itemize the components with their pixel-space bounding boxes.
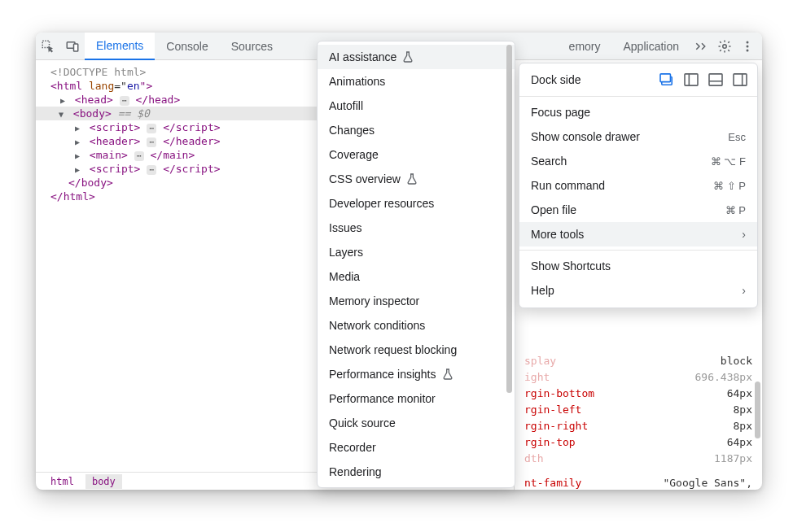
menu-separator — [519, 96, 757, 97]
ellipsis-icon[interactable]: ⋯ — [147, 165, 156, 175]
tab-console[interactable]: Console — [155, 33, 219, 59]
tab-application[interactable]: Application — [612, 33, 691, 59]
submenu-recorder[interactable]: Recorder — [318, 435, 515, 460]
expand-icon[interactable] — [75, 137, 83, 146]
submenu-media[interactable]: Media — [318, 264, 515, 289]
dom-main-close: </main> — [150, 149, 195, 161]
submenu-performance-monitor[interactable]: Performance monitor — [318, 386, 515, 411]
more-tools-submenu: AI assistance Animations Autofill Change… — [317, 41, 515, 488]
menu-shortcut: ⌘ P — [725, 204, 746, 216]
menu-help[interactable]: Help› — [519, 278, 757, 303]
submenu-label: Performance insights — [329, 368, 436, 381]
attr-close: "> — [140, 80, 153, 92]
menu-open-file[interactable]: Open file⌘ P — [519, 198, 757, 222]
settings-gear-icon[interactable] — [713, 39, 736, 54]
submenu-label: Autofill — [329, 99, 363, 112]
submenu-network-request-blocking[interactable]: Network request blocking — [318, 338, 515, 362]
dock-left-icon[interactable] — [682, 72, 700, 88]
prop-name: rgin-top — [524, 434, 576, 451]
ellipsis-icon[interactable]: ⋯ — [147, 137, 156, 147]
menu-label: Help — [531, 284, 554, 297]
submenu-developer-resources[interactable]: Developer resources — [318, 191, 515, 216]
breadcrumb-body[interactable]: body — [85, 474, 122, 489]
collapse-icon[interactable] — [59, 110, 67, 119]
menu-search[interactable]: Search⌘ ⌥ F — [519, 149, 757, 173]
submenu-quick-source[interactable]: Quick source — [318, 411, 515, 435]
devtools-main-menu: Dock side Focus page Show console drawer… — [519, 63, 758, 308]
submenu-ai-assistance[interactable]: AI assistance — [318, 45, 515, 69]
dock-undock-icon[interactable] — [658, 72, 676, 88]
submenu-label: Animations — [329, 75, 385, 88]
submenu-layers[interactable]: Layers — [318, 240, 515, 264]
submenu-label: AI assistance — [329, 50, 396, 63]
dock-bottom-icon[interactable] — [707, 72, 725, 88]
submenu-issues[interactable]: Issues — [318, 216, 515, 240]
breadcrumb-html[interactable]: html — [44, 474, 81, 489]
menu-more-tools[interactable]: More tools› — [519, 222, 757, 246]
dom-script: <script> — [90, 121, 141, 133]
submenu-label: Recorder — [329, 441, 376, 454]
prop-name: rgin-right — [524, 418, 588, 434]
computed-styles[interactable]: splayblock ight696.438px rgin-bottom64px… — [515, 353, 762, 490]
prop-name: ight — [524, 369, 550, 386]
expand-icon[interactable] — [75, 124, 83, 133]
prop-value: 696.438px — [695, 369, 752, 386]
ellipsis-icon[interactable]: ⋯ — [147, 124, 156, 133]
dom-header-close: </header> — [163, 135, 220, 147]
scrollbar-thumb[interactable] — [506, 45, 512, 393]
menu-show-console-drawer[interactable]: Show console drawerEsc — [519, 124, 757, 149]
submenu-memory-inspector[interactable]: Memory inspector — [318, 289, 515, 313]
more-tabs-icon[interactable] — [690, 41, 713, 52]
menu-shortcut: Esc — [728, 131, 746, 143]
prop-value: 1187px — [714, 451, 752, 467]
submenu-network-conditions[interactable]: Network conditions — [318, 313, 515, 338]
submenu-performance-insights[interactable]: Performance insights — [318, 362, 515, 386]
menu-show-shortcuts[interactable]: Show Shortcuts — [519, 254, 757, 278]
dom-body-close: </body> — [68, 177, 113, 189]
submenu-label: Changes — [329, 124, 375, 137]
svg-rect-2 — [74, 44, 78, 51]
submenu-css-overview[interactable]: CSS overview — [318, 167, 515, 191]
expand-icon[interactable] — [60, 96, 68, 105]
submenu-label: Network conditions — [329, 319, 425, 332]
dom-script-close: </script> — [163, 121, 220, 133]
expand-icon[interactable] — [75, 165, 83, 174]
device-toolbar-icon[interactable] — [60, 33, 85, 59]
svg-rect-8 — [660, 74, 670, 82]
prop-name: nt-family — [524, 475, 581, 490]
tab-elements[interactable]: Elements — [85, 33, 155, 60]
prop-name: rgin-bottom — [524, 386, 594, 402]
menu-label: Open file — [531, 203, 576, 216]
expand-icon[interactable] — [75, 151, 83, 160]
kebab-menu-icon[interactable] — [736, 40, 759, 53]
menu-label: Run command — [531, 179, 605, 192]
menu-label: Dock side — [531, 73, 581, 86]
inspect-element-icon[interactable] — [36, 33, 60, 59]
chevron-right-icon: › — [742, 284, 746, 297]
menu-label: Show console drawer — [531, 130, 640, 143]
menu-label: Focus page — [531, 106, 590, 119]
menu-run-command[interactable]: Run command⌘ ⇧ P — [519, 173, 757, 198]
menu-shortcut: ⌘ ⇧ P — [713, 180, 746, 192]
submenu-label: Developer resources — [329, 197, 434, 210]
submenu-rendering[interactable]: Rendering — [318, 460, 515, 484]
ellipsis-icon[interactable]: ⋯ — [120, 96, 129, 106]
svg-rect-13 — [734, 74, 747, 85]
submenu-label: Performance monitor — [329, 392, 436, 405]
dock-right-icon[interactable] — [731, 72, 749, 88]
submenu-animations[interactable]: Animations — [318, 69, 515, 94]
ellipsis-icon[interactable]: ⋯ — [134, 151, 144, 161]
tab-sources[interactable]: Sources — [220, 33, 284, 59]
tab-memory-partial[interactable]: emory — [569, 33, 612, 59]
submenu-label: Memory inspector — [329, 294, 419, 307]
submenu-changes[interactable]: Changes — [318, 118, 515, 142]
toolbar-right — [690, 33, 762, 59]
submenu-autofill[interactable]: Autofill — [318, 94, 515, 118]
dom-eq-dollar0: == $0 — [118, 107, 150, 120]
attr-lang-val: en — [127, 80, 140, 92]
chevron-right-icon: › — [742, 228, 746, 241]
menu-focus-page[interactable]: Focus page — [519, 100, 757, 124]
submenu-coverage[interactable]: Coverage — [318, 142, 515, 167]
scrollbar-thumb[interactable] — [755, 382, 760, 438]
dock-side-options — [658, 72, 749, 88]
